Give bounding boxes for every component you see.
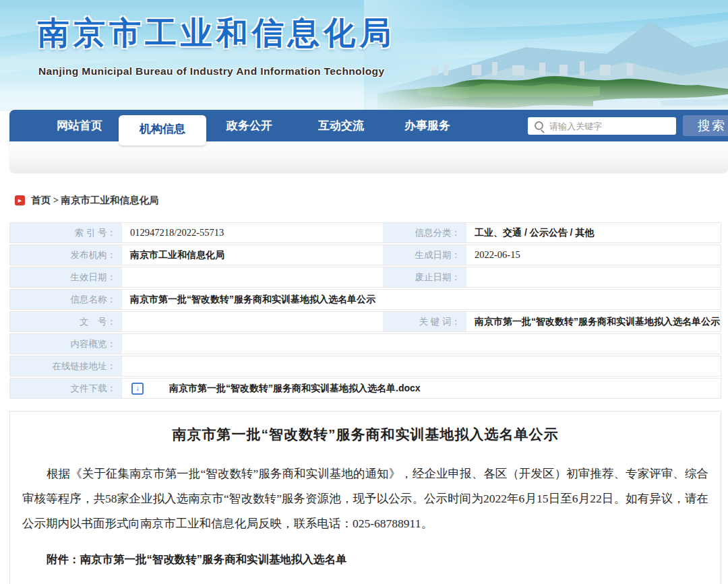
nav-tab-organization-info[interactable]: 机构信息 [119,115,206,145]
table-row: 内容概览： [9,333,721,354]
site-subtitle-english: Nanjing Municipal Bureau of Industry And… [38,65,384,77]
site-title: 南京市工业和信息化局 [38,12,395,55]
table-row: 信息名称： 南京市第一批“智改数转”服务商和实训基地拟入选名单公示 [9,289,721,310]
table-row: 发布机构： 南京市工业和信息化局 生成日期： 2022-06-15 [9,245,721,265]
submenu-panel [9,141,728,172]
table-row: 生效日期： 废止日期： [9,267,721,288]
nav-tab-home[interactable]: 网站首页 [46,110,113,141]
site-banner: 南京市工业和信息化局 Nanjing Municipal Bureau of I… [0,0,728,111]
meta-value-index-number: 012947218/2022-55713 [122,223,384,242]
meta-value-file-download: ↓ 南京市第一批“智改数转”服务商和实训基地拟入选名单.docx [122,379,721,398]
meta-value-info-name: 南京市第一批“智改数转”服务商和实训基地拟入选名单公示 [122,290,721,309]
breadcrumb-text[interactable]: 首页 > 南京市工业和信息化局 [31,194,159,207]
article-title: 南京市第一批“智改数转”服务商和实训基地拟入选名单公示 [10,425,721,444]
meta-label-expiry-date: 废止日期： [384,267,466,287]
play-icon: ▶ [15,195,25,205]
table-row: 文件下载： ↓ 南京市第一批“智改数转”服务商和实训基地拟入选名单.docx [9,378,721,399]
meta-value-publisher: 南京市工业和信息化局 [122,245,384,265]
table-row: 文 号： 关 键 词： 南京市第一批“智改数转”服务商和实训基地拟入选名单公示 [9,311,721,332]
meta-label-generate-date: 生成日期： [384,245,466,265]
page: 南京市工业和信息化局 Nanjing Municipal Bureau of I… [0,0,728,584]
article-panel: 南京市第一批“智改数转”服务商和实训基地拟入选名单公示 根据《关于征集南京市第一… [9,411,721,584]
meta-value-generate-date: 2022-06-15 [466,245,721,265]
meta-value-effective-date [122,267,384,287]
meta-label-info-name: 信息名称： [10,290,122,309]
search-button[interactable]: 搜索 [683,115,728,136]
main-navigation: 网站首页 机构信息 政务公开 互动交流 办事服务 搜索 [9,110,728,141]
meta-label-content-overview: 内容概览： [10,334,122,354]
meta-label-effective-date: 生效日期： [10,267,122,287]
meta-value-online-link [122,356,721,376]
download-icon[interactable]: ↓ [131,383,144,395]
article-attachment: 附件：南京市第一批“智改数转”服务商和实训基地拟入选名单 [22,552,708,567]
meta-label-file-download: 文件下载： [10,379,122,398]
document-meta-table: 索 引 号： 012947218/2022-55713 信息分类： 工业、交通 … [9,222,721,400]
meta-value-doc-number [122,312,384,331]
meta-value-content-overview [122,334,721,354]
search-input[interactable] [528,117,676,135]
download-file-link[interactable]: 南京市第一批“智改数转”服务商和实训基地拟入选名单.docx [169,383,421,395]
nav-tab-government-affairs[interactable]: 政务公开 [216,110,283,141]
meta-label-keywords: 关 键 词： [384,312,466,331]
search-box [528,117,676,135]
search-icon [535,121,543,130]
meta-value-expiry-date [466,267,721,287]
meta-value-info-category: 工业、交通 / 公示公告 / 其他 [466,223,721,242]
meta-label-doc-number: 文 号： [10,312,122,331]
meta-label-online-link: 在线链接地址： [10,356,122,376]
table-row: 在线链接地址： [9,356,721,377]
nav-tab-services[interactable]: 办事服务 [394,110,461,141]
table-row: 索 引 号： 012947218/2022-55713 信息分类： 工业、交通 … [9,222,721,243]
breadcrumb: ▶ 首页 > 南京市工业和信息化局 [15,194,159,207]
article-body: 根据《关于征集南京市第一批“智改数转”服务商和实训基地的通知》，经企业申报、各区… [22,461,708,536]
meta-label-info-category: 信息分类： [384,223,466,242]
meta-value-keywords: 南京市第一批“智改数转”服务商和实训基地拟入选名单公示 [466,312,721,331]
nav-tab-interaction[interactable]: 互动交流 [307,110,375,141]
meta-label-index-number: 索 引 号： [10,223,122,242]
meta-label-publisher: 发布机构： [10,245,122,265]
